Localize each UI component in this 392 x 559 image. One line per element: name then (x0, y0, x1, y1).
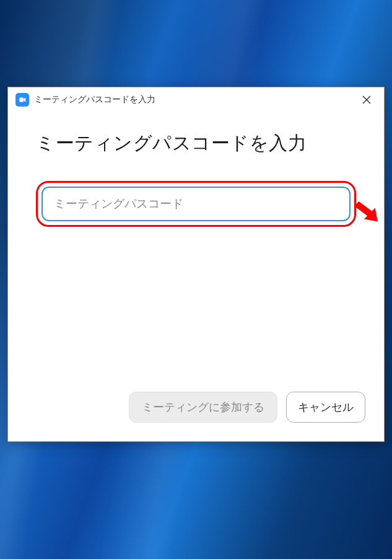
dialog-body: ミーティングパスコードを入力 (8, 112, 384, 379)
arrow-annotation-icon (353, 198, 379, 227)
close-button[interactable] (357, 90, 377, 110)
passcode-dialog: ミーティングパスコードを入力 ミーティングパスコードを入力 ミーティングに参加す… (7, 87, 385, 442)
dialog-heading: ミーティングパスコードを入力 (36, 131, 356, 156)
join-meeting-button[interactable]: ミーティングに参加する (129, 392, 277, 423)
cancel-button[interactable]: キャンセル (286, 392, 365, 423)
dialog-footer: ミーティングに参加する キャンセル (8, 379, 384, 441)
zoom-icon (15, 93, 29, 107)
titlebar-title: ミーティングパスコードを入力 (34, 94, 357, 105)
close-icon (362, 95, 371, 104)
titlebar: ミーティングパスコードを入力 (8, 87, 384, 112)
input-highlight-annotation (36, 181, 356, 227)
passcode-input[interactable] (41, 187, 351, 221)
